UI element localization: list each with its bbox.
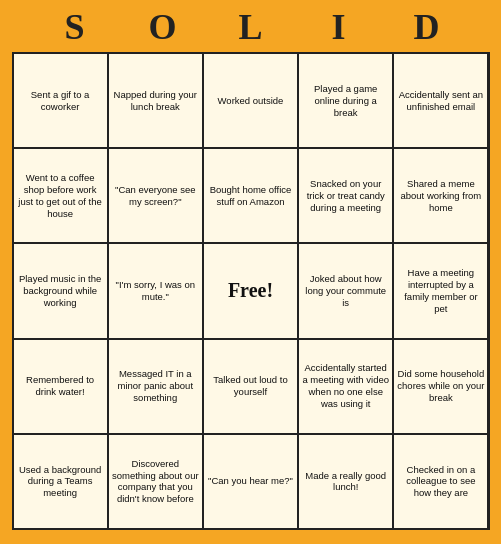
header-letter: I [295,6,383,48]
bingo-cell-9[interactable]: Shared a meme about working from home [394,149,487,242]
bingo-cell-19[interactable]: Did some household chores while on your … [394,340,487,433]
bingo-cell-1[interactable]: Napped during your lunch break [109,54,202,147]
bingo-cell-13[interactable]: Joked about how long your commute is [299,244,392,337]
bingo-cell-17[interactable]: Talked out loud to yourself [204,340,297,433]
bingo-cell-22[interactable]: "Can you hear me?" [204,435,297,528]
bingo-cell-18[interactable]: Accidentally started a meeting with vide… [299,340,392,433]
bingo-cell-16[interactable]: Messaged IT in a minor panic about somet… [109,340,202,433]
bingo-grid: Sent a gif to a coworkerNapped during yo… [12,52,490,530]
bingo-header: SOLID [0,0,501,52]
bingo-cell-23[interactable]: Made a really good lunch! [299,435,392,528]
bingo-cell-14[interactable]: Have a meeting interrupted by a family m… [394,244,487,337]
bingo-cell-11[interactable]: "I'm sorry, I was on mute." [109,244,202,337]
bingo-cell-4[interactable]: Accidentally sent an unfinished email [394,54,487,147]
bingo-cell-2[interactable]: Worked outside [204,54,297,147]
bingo-cell-6[interactable]: "Can everyone see my screen?" [109,149,202,242]
bingo-cell-0[interactable]: Sent a gif to a coworker [14,54,107,147]
bingo-cell-8[interactable]: Snacked on your trick or treat candy dur… [299,149,392,242]
bingo-cell-5[interactable]: Went to a coffee shop before work just t… [14,149,107,242]
bingo-cell-20[interactable]: Used a background during a Teams meeting [14,435,107,528]
bingo-cell-3[interactable]: Played a game online during a break [299,54,392,147]
bingo-cell-15[interactable]: Remembered to drink water! [14,340,107,433]
header-letter: L [207,6,295,48]
header-letter: O [119,6,207,48]
bingo-cell-12[interactable]: Free! [204,244,297,337]
bingo-cell-10[interactable]: Played music in the background while wor… [14,244,107,337]
header-letter: D [383,6,471,48]
bingo-cell-24[interactable]: Checked in on a colleague to see how the… [394,435,487,528]
header-letter: S [31,6,119,48]
bingo-cell-21[interactable]: Discovered something about our company t… [109,435,202,528]
bingo-cell-7[interactable]: Bought home office stuff on Amazon [204,149,297,242]
